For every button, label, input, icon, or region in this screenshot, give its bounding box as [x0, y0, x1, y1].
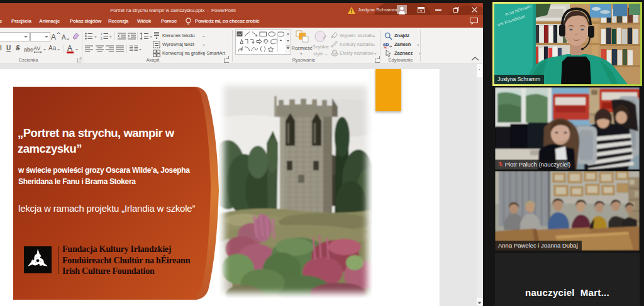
svg-text:1: 1 — [101, 33, 103, 36]
svg-text:AV: AV — [33, 45, 40, 52]
svg-text:A: A — [62, 34, 66, 41]
svg-text:A: A — [51, 33, 56, 41]
svg-text:ac: ac — [384, 45, 387, 48]
svg-text:2: 2 — [101, 37, 103, 40]
